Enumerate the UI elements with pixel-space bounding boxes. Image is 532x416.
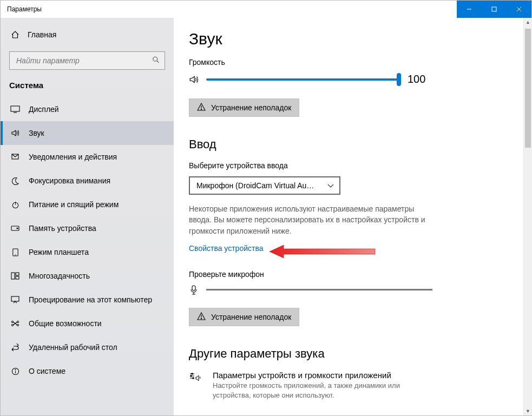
- sidebar-item-label: Дисплей: [29, 105, 59, 114]
- sidebar-item-about[interactable]: О системе: [1, 359, 174, 383]
- app-volume-item[interactable]: Параметры устройств и громкости приложен…: [189, 371, 516, 400]
- input-select-label: Выберите устройства ввода: [189, 161, 516, 170]
- warning-icon: [197, 103, 206, 113]
- titlebar: Параметры: [1, 1, 531, 18]
- svg-point-36: [193, 378, 194, 379]
- app-volume-icon: [189, 371, 203, 385]
- svg-point-21: [17, 321, 19, 323]
- button-label: Устранение неполадок: [211, 103, 291, 112]
- volume-slider-thumb[interactable]: [397, 73, 401, 86]
- svg-rect-28: [192, 286, 195, 290]
- svg-point-20: [12, 325, 14, 326]
- page-title: Звук: [189, 30, 516, 48]
- moon-icon: [10, 176, 20, 186]
- project-icon: [10, 295, 20, 305]
- svg-point-25: [15, 369, 15, 369]
- content-area: Звук Громкость 100 Устранение неполадок …: [174, 18, 531, 415]
- sidebar-item-storage[interactable]: Память устройства: [1, 216, 174, 240]
- app-volume-title: Параметры устройств и громкости приложен…: [213, 371, 440, 380]
- sidebar-item-focus[interactable]: Фокусировка внимания: [1, 169, 174, 193]
- app-volume-desc: Настройте громкость приложений, а также …: [213, 381, 440, 400]
- sidebar: Главная Система Дисплей Звук: [1, 18, 174, 415]
- other-heading: Другие параметры звука: [189, 347, 516, 361]
- multitask-icon: [10, 271, 20, 281]
- sidebar-item-label: О системе: [29, 367, 65, 375]
- svg-rect-6: [11, 106, 19, 111]
- svg-point-4: [153, 57, 157, 61]
- sidebar-item-label: Удаленный рабочий стол: [29, 343, 117, 352]
- device-properties-link[interactable]: Свойства устройства: [189, 244, 264, 253]
- svg-point-22: [17, 325, 19, 326]
- svg-point-34: [192, 373, 193, 375]
- svg-point-12: [17, 228, 18, 229]
- sidebar-group-title: Система: [1, 77, 174, 97]
- volume-label: Громкость: [189, 58, 516, 67]
- display-icon: [10, 104, 20, 114]
- remote-icon: [10, 342, 20, 352]
- window-title: Параметры: [1, 5, 42, 13]
- sidebar-home[interactable]: Главная: [1, 23, 174, 46]
- home-icon: [10, 30, 20, 39]
- button-label: Устранение неполадок: [211, 313, 291, 321]
- sidebar-item-label: Уведомления и действия: [29, 153, 117, 161]
- sidebar-home-label: Главная: [28, 30, 56, 39]
- sidebar-item-label: Многозадачность: [29, 272, 90, 280]
- sidebar-item-power[interactable]: Питание и спящий режим: [1, 193, 174, 216]
- scroll-down-button[interactable]: ▼: [524, 407, 532, 415]
- notifications-icon: [10, 152, 20, 162]
- sidebar-item-label: Память устройства: [29, 224, 96, 233]
- input-device-select[interactable]: Микрофон (DroidCam Virtual Au…: [189, 176, 340, 195]
- tablet-icon: [10, 247, 20, 257]
- sidebar-item-sound[interactable]: Звук: [1, 121, 174, 145]
- mic-level-meter: [206, 289, 432, 290]
- info-icon: [10, 366, 20, 376]
- sidebar-item-label: Питание и спящий режим: [29, 200, 119, 209]
- power-icon: [10, 200, 20, 209]
- svg-point-27: [201, 109, 201, 109]
- sidebar-item-label: Общие возможности: [29, 319, 102, 328]
- mic-test-label: Проверьте микрофон: [189, 270, 516, 279]
- svg-rect-17: [16, 276, 19, 279]
- sidebar-item-remote[interactable]: Удаленный рабочий стол: [1, 335, 174, 359]
- minimize-button[interactable]: [457, 1, 482, 18]
- svg-rect-1: [492, 7, 496, 11]
- maximize-button[interactable]: [482, 1, 507, 18]
- search-input[interactable]: [9, 51, 165, 70]
- search-icon: [152, 56, 160, 65]
- sidebar-item-shared[interactable]: Общие возможности: [1, 312, 174, 335]
- troubleshoot-input-button[interactable]: Устранение неполадок: [189, 308, 299, 326]
- sidebar-item-label: Фокусировка внимания: [29, 176, 110, 185]
- scroll-up-button[interactable]: ▲: [524, 18, 532, 27]
- warning-icon: [197, 312, 206, 322]
- storage-icon: [10, 223, 20, 233]
- scroll-thumb[interactable]: [525, 29, 531, 148]
- svg-rect-15: [11, 273, 15, 279]
- shared-icon: [10, 319, 20, 328]
- sidebar-item-display[interactable]: Дисплей: [1, 97, 174, 121]
- sidebar-item-tablet[interactable]: Режим планшета: [1, 240, 174, 264]
- svg-rect-18: [11, 296, 19, 301]
- close-button[interactable]: [507, 1, 531, 18]
- sidebar-item-label: Звук: [29, 129, 44, 137]
- sidebar-item-multitask[interactable]: Многозадачность: [1, 264, 174, 288]
- input-heading: Ввод: [189, 137, 516, 151]
- troubleshoot-output-button[interactable]: Устранение неполадок: [189, 98, 299, 117]
- microphone-icon: [189, 285, 199, 295]
- svg-point-30: [201, 318, 201, 319]
- speaker-icon: [189, 75, 199, 84]
- sidebar-item-projecting[interactable]: Проецирование на этот компьютер: [1, 288, 174, 312]
- vertical-scrollbar[interactable]: ▲ ▼: [523, 18, 532, 415]
- sidebar-item-label: Проецирование на этот компьютер: [29, 295, 152, 304]
- volume-slider[interactable]: [206, 78, 400, 81]
- svg-point-19: [12, 321, 14, 323]
- svg-rect-16: [16, 273, 19, 275]
- volume-value: 100: [408, 73, 427, 85]
- chevron-down-icon: [327, 181, 334, 190]
- sound-icon: [10, 128, 20, 138]
- svg-line-5: [157, 61, 159, 63]
- sidebar-item-label: Режим планшета: [29, 248, 89, 256]
- select-value: Микрофон (DroidCam Virtual Au…: [196, 181, 314, 190]
- svg-point-35: [191, 375, 192, 377]
- sidebar-item-notifications[interactable]: Уведомления и действия: [1, 145, 174, 169]
- input-description: Некоторые приложения используют настраив…: [189, 203, 432, 236]
